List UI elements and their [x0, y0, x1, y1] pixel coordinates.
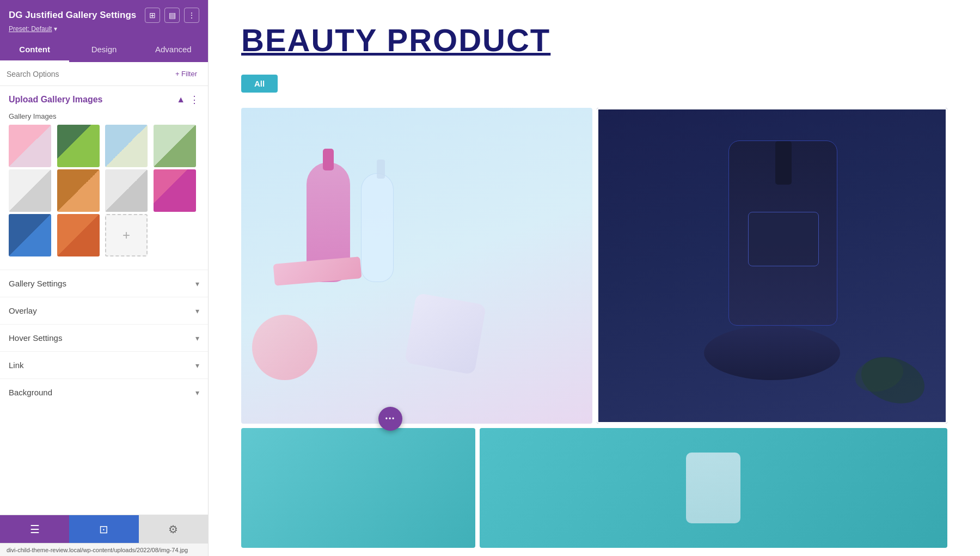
collapse-arrow-icon[interactable]: ▲ [176, 95, 185, 105]
tab-advanced[interactable]: Advanced [139, 38, 208, 62]
thumbnail-9[interactable] [9, 214, 51, 256]
thumbnail-8[interactable] [154, 169, 196, 212]
panel-header: DG Justified Gallery Settings ⊞ ▤ ⋮ Pres… [0, 0, 208, 38]
tab-design[interactable]: Design [69, 38, 138, 62]
right-panel: BEAUTY PRODUCT All [209, 0, 980, 556]
overlay-section: Overlay ▾ [0, 297, 208, 324]
image-grid: + [0, 125, 208, 256]
grid-icon-btn[interactable]: ▤ [164, 8, 180, 23]
background-section: Background ▾ [0, 378, 208, 406]
panel-preset: Preset: Default ▾ [9, 25, 199, 33]
gallery-image-4[interactable] [480, 428, 947, 548]
upload-gallery-title: Upload Gallery Images [9, 95, 103, 105]
fab-icon: ••• [385, 415, 396, 423]
hover-settings-label: Hover Settings [9, 333, 62, 343]
link-header[interactable]: Link ▾ [0, 352, 208, 378]
gallery-image-1[interactable] [241, 108, 592, 424]
gallery-settings-label: Gallery Settings [9, 279, 66, 288]
hover-settings-header[interactable]: Hover Settings ▾ [0, 325, 208, 351]
panel-tabs: Content Design Advanced [0, 38, 208, 62]
section-controls: ▲ ⋮ [176, 94, 199, 106]
background-label: Background [9, 388, 52, 397]
panel-title: DG Justified Gallery Settings [9, 10, 136, 21]
bottom-layers-button[interactable]: ⊡ [69, 515, 138, 543]
gallery-settings-header[interactable]: Gallery Settings ▾ [0, 270, 208, 297]
thumbnail-1[interactable] [9, 125, 51, 167]
thumbnail-7[interactable] [105, 169, 148, 212]
thumbnail-2[interactable] [57, 125, 100, 167]
add-image-button[interactable]: + [105, 214, 148, 256]
hover-settings-chevron-icon: ▾ [195, 334, 199, 343]
more-icon-btn[interactable]: ⋮ [184, 8, 199, 23]
filter-all-button[interactable]: All [241, 75, 278, 93]
gallery-row-2 [241, 428, 947, 548]
url-text: divi-child-theme-review.local/wp-content… [7, 547, 188, 553]
cosmetics-visual [241, 108, 592, 424]
thumbnail-10[interactable] [57, 214, 100, 256]
panel-content: Upload Gallery Images ▲ ⋮ Gallery Images… [0, 86, 208, 556]
filter-button[interactable]: + Filter [171, 68, 201, 80]
overlay-chevron-icon: ▾ [195, 307, 199, 315]
link-label: Link [9, 361, 24, 370]
pump-head [775, 141, 792, 185]
search-input[interactable] [7, 70, 167, 78]
thumbnail-4[interactable] [154, 125, 196, 167]
tab-content[interactable]: Content [0, 38, 69, 62]
thumbnail-6[interactable] [57, 169, 100, 212]
gallery-grid [241, 108, 947, 424]
pump-visual [597, 108, 948, 424]
pump-bottle [728, 140, 837, 326]
url-bar: divi-child-theme-review.local/wp-content… [0, 543, 208, 556]
gallery-image-2[interactable] [597, 108, 948, 424]
overlay-label: Overlay [9, 306, 37, 315]
search-bar: + Filter [0, 62, 208, 86]
link-chevron-icon: ▾ [195, 361, 199, 370]
overlay-header[interactable]: Overlay ▾ [0, 297, 208, 324]
bottom-settings-button[interactable]: ⚙ [139, 515, 208, 543]
thumbnail-3[interactable] [105, 125, 148, 167]
gallery-settings-section: Gallery Settings ▾ [0, 270, 208, 297]
bottom-hamburger-button[interactable]: ☰ [0, 515, 69, 543]
fab-button[interactable]: ••• [378, 407, 402, 431]
thumbnail-5[interactable] [9, 169, 51, 212]
label-rect [748, 212, 819, 266]
section-menu-icon[interactable]: ⋮ [189, 94, 199, 106]
background-chevron-icon: ▾ [195, 388, 199, 397]
background-header[interactable]: Background ▾ [0, 379, 208, 406]
gallery-images-label: Gallery Images [0, 110, 208, 125]
upload-gallery-section-header: Upload Gallery Images ▲ ⋮ [0, 86, 208, 110]
panel-header-icons: ⊞ ▤ ⋮ [145, 8, 199, 23]
link-section: Link ▾ [0, 351, 208, 378]
gallery-image-3[interactable] [241, 428, 475, 548]
layout-icon-btn[interactable]: ⊞ [145, 8, 160, 23]
filter-row: All [241, 75, 947, 93]
gallery-settings-chevron-icon: ▾ [195, 279, 199, 288]
left-panel: DG Justified Gallery Settings ⊞ ▤ ⋮ Pres… [0, 0, 209, 556]
bottom-bar: ☰ ⊡ ⚙ [0, 515, 208, 543]
hover-settings-section: Hover Settings ▾ [0, 324, 208, 351]
gallery-title: BEAUTY PRODUCT [241, 22, 947, 58]
